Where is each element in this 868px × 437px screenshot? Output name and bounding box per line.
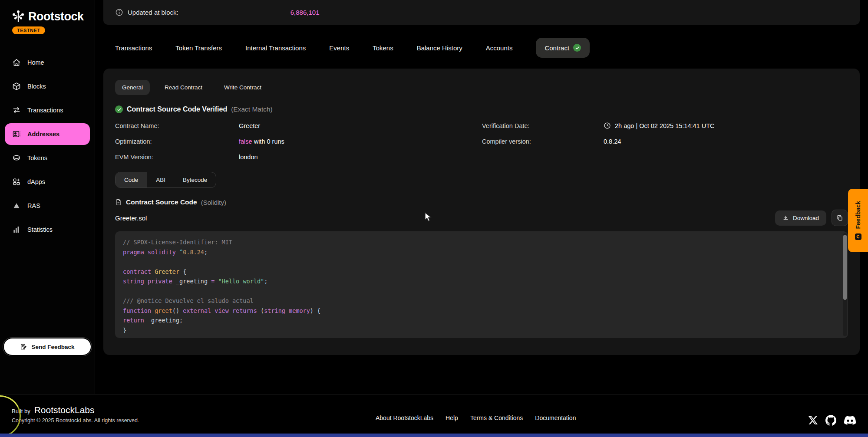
code-view-switcher: Code ABI Bytecode bbox=[115, 172, 216, 188]
compiler-version-label: Compiler version: bbox=[482, 138, 604, 145]
subtab-read-contract[interactable]: Read Contract bbox=[158, 80, 209, 95]
updated-label: Updated at block: bbox=[128, 9, 178, 16]
source-code-viewer[interactable]: // SPDX-License-Identifier: MITpragma so… bbox=[115, 231, 848, 338]
updated-block-bar: Updated at block: 6,886,101 bbox=[103, 0, 860, 25]
sidebar-item-label: dApps bbox=[27, 178, 45, 185]
sidebar-item-label: Home bbox=[27, 59, 44, 66]
brand-name: Rootstock bbox=[28, 10, 84, 23]
source-code-lines: // SPDX-License-Identifier: MITpragma so… bbox=[123, 237, 840, 335]
block-number-link[interactable]: 6,886,101 bbox=[290, 9, 320, 16]
sidebar-item-blocks[interactable]: Blocks bbox=[5, 76, 90, 97]
tab-internal-transactions[interactable]: Internal Transactions bbox=[245, 44, 306, 52]
contract-subtabs: General Read Contract Write Contract bbox=[115, 80, 848, 95]
download-icon bbox=[782, 215, 789, 221]
download-label: Download bbox=[793, 215, 819, 221]
contract-details: Contract Name: Greeter Verification Date… bbox=[115, 122, 848, 161]
tab-contract-label: Contract bbox=[545, 44, 569, 52]
feedback-pencil-icon bbox=[20, 343, 27, 350]
tab-token-transfers[interactable]: Token Transfers bbox=[175, 44, 222, 52]
footer-social bbox=[809, 414, 856, 426]
sidebar: Rootstock TESTNET Home Blocks Transactio… bbox=[0, 0, 95, 394]
sidebar-item-addresses[interactable]: Addresses bbox=[5, 123, 90, 145]
verified-title: Contract Source Code Verified bbox=[127, 105, 227, 113]
sidebar-item-label: RAS bbox=[27, 202, 40, 209]
info-icon bbox=[115, 8, 123, 16]
sidebar-item-label: Statistics bbox=[27, 226, 53, 233]
swap-arrows-icon bbox=[12, 106, 21, 115]
code-scrollbar-thumb[interactable] bbox=[843, 235, 847, 300]
source-code-title: Contract Source Code bbox=[126, 198, 197, 206]
address-tabs: Transactions Token Transfers Internal Tr… bbox=[103, 36, 860, 60]
address-card-icon bbox=[12, 130, 21, 138]
home-icon bbox=[12, 58, 21, 67]
rootstock-logo-icon bbox=[11, 10, 25, 23]
verified-check-icon bbox=[573, 44, 581, 52]
verification-date-value: 2h ago | Oct 02 2025 15:14:41 UTC bbox=[604, 122, 848, 129]
brand-logo[interactable]: Rootstock TESTNET bbox=[0, 0, 95, 34]
feedback-tab-label: Feedback bbox=[855, 201, 861, 229]
discord-icon[interactable] bbox=[844, 414, 856, 426]
link-help[interactable]: Help bbox=[446, 414, 458, 421]
github-icon[interactable] bbox=[825, 415, 836, 426]
sidebar-item-dapps[interactable]: dApps bbox=[5, 171, 90, 193]
tab-balance-history[interactable]: Balance History bbox=[417, 44, 462, 52]
copy-button[interactable] bbox=[832, 210, 848, 226]
copy-icon bbox=[836, 214, 843, 221]
evm-version-value: london bbox=[239, 154, 482, 161]
sidebar-item-statistics[interactable]: Statistics bbox=[5, 219, 90, 240]
feedback-side-tab[interactable]: Feedback bbox=[848, 189, 868, 252]
sidebar-item-tokens[interactable]: Tokens bbox=[5, 147, 90, 169]
sidebar-item-ras[interactable]: RAS bbox=[5, 195, 90, 217]
send-feedback-button[interactable]: Send Feedback bbox=[4, 338, 91, 355]
bottom-accent-strip bbox=[0, 434, 868, 437]
compiler-version-value: 0.8.24 bbox=[604, 138, 848, 145]
evm-version-label: EVM Version: bbox=[115, 154, 239, 161]
verification-date-label: Verification Date: bbox=[482, 122, 604, 129]
dapps-grid-icon bbox=[12, 177, 21, 186]
subtab-write-contract[interactable]: Write Contract bbox=[217, 80, 268, 95]
file-row: Greeter.sol Download bbox=[115, 210, 848, 226]
sidebar-item-label: Tokens bbox=[27, 154, 47, 161]
feedback-logo-icon bbox=[855, 233, 861, 240]
tab-contract[interactable]: Contract bbox=[536, 38, 590, 58]
link-terms-conditions[interactable]: Terms & Conditions bbox=[470, 414, 523, 421]
tab-accounts[interactable]: Accounts bbox=[486, 44, 513, 52]
built-by-text: Built by bbox=[12, 408, 30, 414]
tab-tokens[interactable]: Tokens bbox=[373, 44, 393, 52]
source-code-lang: (Solidity) bbox=[201, 199, 226, 206]
sidebar-item-label: Transactions bbox=[27, 107, 63, 114]
tab-transactions[interactable]: Transactions bbox=[115, 44, 152, 52]
link-documentation[interactable]: Documentation bbox=[535, 414, 576, 421]
download-button[interactable]: Download bbox=[775, 210, 826, 226]
sidebar-item-home[interactable]: Home bbox=[5, 52, 90, 73]
segment-bytecode[interactable]: Bytecode bbox=[174, 172, 216, 187]
verified-check-icon bbox=[115, 105, 123, 113]
segment-abi[interactable]: ABI bbox=[147, 172, 174, 187]
cube-icon bbox=[12, 82, 21, 91]
optimization-label: Optimization: bbox=[115, 138, 239, 145]
x-icon[interactable] bbox=[809, 416, 818, 425]
contract-name-label: Contract Name: bbox=[115, 122, 239, 129]
sidebar-item-label: Addresses bbox=[27, 131, 59, 138]
sidebar-item-transactions[interactable]: Transactions bbox=[5, 99, 90, 121]
source-file-name: Greeter.sol bbox=[115, 214, 147, 222]
contract-panel: General Read Contract Write Contract Con… bbox=[103, 69, 860, 355]
bar-chart-icon bbox=[12, 225, 21, 234]
verified-note: (Exact Match) bbox=[231, 105, 273, 113]
optimization-value: false with 0 runs bbox=[239, 138, 482, 145]
triangle-icon bbox=[12, 201, 21, 210]
sidebar-item-label: Blocks bbox=[27, 83, 46, 90]
clock-icon bbox=[604, 122, 611, 129]
footer: Built by RootstockLabs Copyright © 2025 … bbox=[0, 394, 868, 434]
subtab-general[interactable]: General bbox=[115, 80, 150, 95]
main-content: Updated at block: 6,886,101 Transactions… bbox=[95, 0, 868, 394]
link-about-rootstocklabs[interactable]: About RootstockLabs bbox=[376, 414, 433, 421]
sidebar-nav: Home Blocks Transactions Addresses Token… bbox=[0, 52, 95, 240]
tab-events[interactable]: Events bbox=[329, 44, 349, 52]
testnet-badge: TESTNET bbox=[12, 26, 45, 34]
file-icon bbox=[115, 199, 122, 206]
rootstocklabs-wordmark[interactable]: RootstockLabs bbox=[34, 405, 95, 415]
contract-name-value: Greeter bbox=[239, 122, 482, 129]
segment-code[interactable]: Code bbox=[116, 172, 147, 187]
code-scrollbar[interactable] bbox=[843, 233, 847, 336]
